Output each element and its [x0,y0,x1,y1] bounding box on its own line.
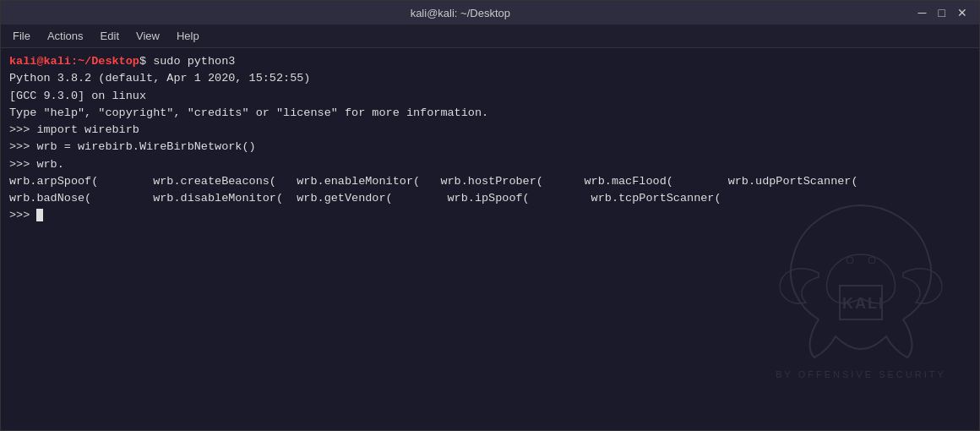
repl-wrb-dot: >>> wrb. [9,158,64,171]
kali-offensive-text: BY OFFENSIVE SECURITY [776,369,946,379]
terminal-window: kali@kali: ~/Desktop ─ □ ✕ File Actions … [0,0,980,431]
python-version-line: Python 3.8.2 (default, Apr 1 2020, 15:52… [9,72,310,85]
window-title: kali@kali: ~/Desktop [8,7,913,19]
svg-text:KALI: KALI [842,295,885,312]
cmd-sudo-python3: sudo python3 [146,55,235,68]
menu-view[interactable]: View [128,26,168,46]
title-bar: kali@kali: ~/Desktop ─ □ ✕ [1,1,979,25]
completions-row-1: wrb.arpSpoof( wrb.createBeacons( wrb.ena… [9,175,858,188]
cursor-block [36,209,43,221]
menu-bar: File Actions Edit View Help [1,25,979,48]
svg-point-0 [847,257,853,264]
repl-assign: >>> wrb = wirebirb.WireBirbNetwork() [9,140,256,153]
menu-edit[interactable]: Edit [92,26,128,46]
prompt-symbol: $ [139,55,146,68]
prompt-user: kali@kali:~/Desktop [9,55,139,68]
menu-actions[interactable]: Actions [39,26,92,46]
menu-file[interactable]: File [4,26,39,46]
kali-dragon-logo: KALI [768,197,954,366]
terminal-area[interactable]: kali@kali:~/Desktop$ sudo python3 Python… [1,48,979,430]
maximize-button[interactable]: □ [934,3,950,22]
python-gcc-line: [GCC 9.3.0] on linux [9,90,146,102]
repl-import: >>> import wirebirb [9,123,139,136]
kali-watermark: KALI BY OFFENSIVE SECURITY [768,197,954,379]
python-help-line: Type "help", "copyright", "credits" or "… [9,106,488,119]
completions-row-2: wrb.badNose( wrb.disableMonitor( wrb.get… [9,192,721,205]
repl-cursor-line: >>> [9,209,43,221]
close-button[interactable]: ✕ [952,3,972,22]
svg-point-1 [868,257,875,264]
window-controls: ─ □ ✕ [913,3,972,22]
menu-help[interactable]: Help [168,26,208,46]
minimize-button[interactable]: ─ [913,3,932,22]
